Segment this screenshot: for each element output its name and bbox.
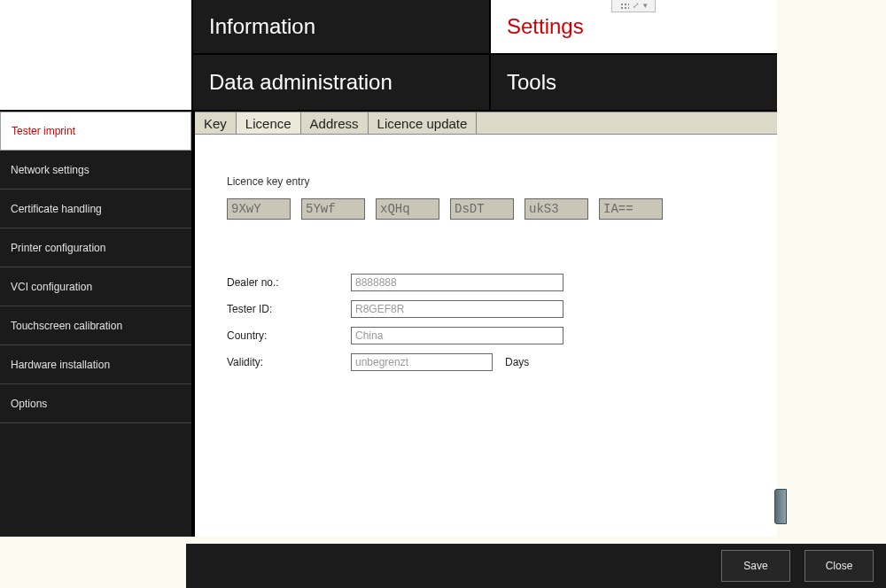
licence-key-row — [227, 198, 745, 220]
tester-id-field[interactable] — [351, 300, 563, 318]
licence-key-part-6[interactable] — [599, 198, 663, 220]
validity-field[interactable] — [351, 353, 493, 371]
tab-data-administration[interactable]: Data administration — [193, 55, 491, 112]
country-field[interactable] — [351, 327, 563, 344]
top-tabs: Information Settings Data administration… — [0, 0, 777, 112]
footer-bar: Save Close — [186, 544, 886, 588]
chevron-down-icon: ▾ — [643, 2, 648, 10]
dealer-no-label: Dealer no.: — [227, 276, 351, 289]
subtab-address[interactable]: Address — [301, 112, 369, 134]
country-label: Country: — [227, 329, 351, 342]
sidebar-item-printer-configuration[interactable]: Printer configuration — [0, 228, 191, 267]
sidebar-item-touchscreen-calibration[interactable]: Touchscreen calibration — [0, 306, 191, 345]
licence-key-part-3[interactable] — [376, 198, 439, 220]
licence-key-entry-label: Licence key entry — [227, 175, 745, 188]
expand-icon: ⤢ — [633, 2, 640, 10]
subtab-key[interactable]: Key — [195, 112, 237, 134]
sidebar-item-vci-configuration[interactable]: VCI configuration — [0, 267, 191, 306]
sidebar-item-tester-imprint[interactable]: Tester imprint — [0, 112, 191, 151]
licence-key-part-2[interactable] — [301, 198, 365, 220]
sidebar: Tester imprint Network settings Certific… — [0, 112, 193, 537]
close-button[interactable]: Close — [804, 550, 874, 582]
docked-widget-stub[interactable] — [774, 489, 787, 524]
dealer-no-field[interactable] — [351, 274, 563, 291]
sidebar-item-network-settings[interactable]: Network settings — [0, 151, 191, 190]
app-root: Information Settings Data administration… — [0, 0, 886, 588]
subtab-licence-update[interactable]: Licence update — [369, 112, 478, 134]
window-resize-handle[interactable]: ⤢ ▾ — [611, 0, 656, 12]
grip-icon — [620, 3, 629, 10]
licence-panel: Licence key entry Dealer no.: Tester ID:… — [195, 135, 777, 375]
content-area: Key Licence Address Licence update Licen… — [193, 112, 777, 537]
subtab-bar: Key Licence Address Licence update — [195, 112, 777, 135]
save-button[interactable]: Save — [721, 550, 790, 582]
sidebar-item-options[interactable]: Options — [0, 384, 191, 423]
logo-area — [0, 0, 193, 112]
validity-label: Validity: — [227, 356, 351, 368]
sidebar-item-certificate-handling[interactable]: Certificate handling — [0, 190, 191, 228]
licence-key-part-4[interactable] — [450, 198, 514, 220]
tester-id-label: Tester ID: — [227, 303, 351, 315]
subtab-licence[interactable]: Licence — [237, 112, 301, 134]
sidebar-item-hardware-installation[interactable]: Hardware installation — [0, 345, 191, 384]
licence-key-part-1[interactable] — [227, 198, 291, 220]
tab-information[interactable]: Information — [193, 0, 491, 55]
tab-tools[interactable]: Tools — [491, 55, 777, 112]
licence-key-part-5[interactable] — [525, 198, 588, 220]
validity-suffix: Days — [505, 356, 529, 368]
